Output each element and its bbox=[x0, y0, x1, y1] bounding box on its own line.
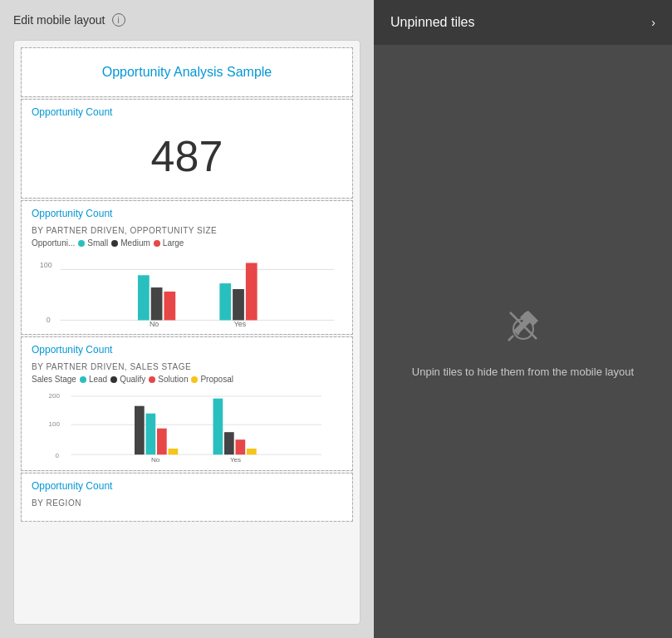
large-label: Large bbox=[163, 238, 184, 248]
lead-dot bbox=[80, 376, 86, 383]
legend-large: Large bbox=[154, 238, 184, 248]
right-content: Unpin tiles to hide them from the mobile… bbox=[374, 45, 672, 638]
chart1-tile[interactable]: Opportunity Count BY PARTNER DRIVEN, OPP… bbox=[21, 200, 353, 335]
svg-rect-8 bbox=[233, 289, 244, 320]
chart2-label: Opportunity Count bbox=[32, 344, 342, 356]
svg-rect-23 bbox=[224, 432, 234, 454]
legend-medium: Medium bbox=[111, 238, 150, 248]
chart2-svg: 200 100 0 bbox=[32, 389, 342, 464]
title-tile[interactable]: Opportunity Analysis Sample bbox=[21, 47, 353, 97]
chart1-sublabel: BY PARTNER DRIVEN, OPPORTUNITY SIZE bbox=[32, 226, 342, 235]
qualify-dot bbox=[110, 376, 117, 383]
svg-text:Yes: Yes bbox=[234, 320, 247, 327]
chart2-legend: Sales Stage Lead Qualify Solution Propos… bbox=[32, 375, 342, 384]
solution-label: Solution bbox=[158, 375, 188, 384]
svg-rect-25 bbox=[247, 449, 257, 454]
medium-label: Medium bbox=[120, 238, 150, 248]
small-dot bbox=[78, 240, 85, 247]
count-value: 487 bbox=[32, 125, 342, 188]
panel-header: Edit mobile layout i bbox=[13, 13, 361, 27]
qualify-label: Qualify bbox=[120, 375, 145, 384]
chart2-area: 200 100 0 bbox=[32, 389, 342, 464]
panel-title: Edit mobile layout bbox=[13, 13, 105, 27]
small-label: Small bbox=[87, 238, 108, 248]
left-panel: Edit mobile layout i Opportunity Analysi… bbox=[0, 0, 374, 638]
legend-prefix1: Opportuni... bbox=[32, 238, 75, 248]
chart2-tile[interactable]: Opportunity Count BY PARTNER DRIVEN, SAL… bbox=[21, 336, 353, 471]
svg-text:0: 0 bbox=[56, 452, 60, 459]
chart1-svg: 100 0 No Yes bbox=[32, 253, 342, 327]
unpin-description: Unpin tiles to hide them from the mobile… bbox=[412, 366, 634, 378]
chart1-area: 100 0 No Yes bbox=[32, 253, 342, 327]
info-icon[interactable]: i bbox=[112, 13, 125, 27]
mobile-frame: Opportunity Analysis Sample Opportunity … bbox=[13, 40, 361, 625]
svg-rect-7 bbox=[219, 283, 231, 320]
legend-small: Small bbox=[78, 238, 108, 248]
right-panel: Unpinned tiles › Unpin tiles to hide the… bbox=[374, 0, 672, 638]
svg-text:100: 100 bbox=[40, 261, 52, 269]
legend-prefix-text: Opportuni... bbox=[32, 238, 75, 248]
chart3-sublabel: BY REGION bbox=[32, 498, 342, 508]
unpin-icon bbox=[503, 306, 543, 352]
svg-line-28 bbox=[508, 336, 513, 341]
solution-dot bbox=[149, 376, 155, 383]
svg-rect-9 bbox=[246, 263, 258, 321]
svg-text:Yes: Yes bbox=[230, 456, 241, 464]
legend-prefix2: Sales Stage bbox=[32, 375, 76, 384]
svg-rect-4 bbox=[138, 275, 150, 320]
svg-rect-21 bbox=[169, 449, 179, 454]
svg-text:100: 100 bbox=[49, 420, 61, 428]
legend-lead: Lead bbox=[80, 375, 107, 384]
proposal-label: Proposal bbox=[200, 375, 233, 384]
svg-rect-6 bbox=[164, 292, 175, 320]
svg-text:200: 200 bbox=[49, 392, 61, 400]
chart3-label: Opportunity Count bbox=[32, 480, 342, 492]
legend-proposal: Proposal bbox=[191, 375, 233, 384]
legend-qualify: Qualify bbox=[110, 375, 145, 384]
chart2-sublabel: BY PARTNER DRIVEN, SALES STAGE bbox=[32, 362, 342, 371]
proposal-dot bbox=[191, 376, 198, 383]
chevron-right-icon[interactable]: › bbox=[651, 16, 655, 29]
legend-prefix2-text: Sales Stage bbox=[32, 375, 76, 384]
medium-dot bbox=[111, 240, 118, 247]
legend-solution: Solution bbox=[149, 375, 188, 384]
svg-rect-18 bbox=[135, 406, 145, 455]
report-title: Opportunity Analysis Sample bbox=[102, 65, 272, 79]
count-label: Opportunity Count bbox=[32, 106, 342, 118]
chart1-label: Opportunity Count bbox=[32, 208, 342, 219]
svg-rect-20 bbox=[157, 429, 167, 455]
lead-label: Lead bbox=[89, 375, 107, 384]
svg-rect-5 bbox=[151, 287, 163, 320]
svg-text:No: No bbox=[151, 456, 160, 464]
svg-rect-19 bbox=[146, 414, 156, 455]
svg-text:No: No bbox=[150, 320, 159, 327]
svg-rect-22 bbox=[213, 399, 223, 455]
large-dot bbox=[154, 240, 160, 247]
right-header[interactable]: Unpinned tiles › bbox=[374, 0, 672, 45]
unpinned-title: Unpinned tiles bbox=[390, 15, 474, 30]
count-tile[interactable]: Opportunity Count 487 bbox=[21, 99, 353, 199]
svg-rect-24 bbox=[236, 439, 246, 454]
svg-text:0: 0 bbox=[47, 316, 51, 324]
chart1-legend: Opportuni... Small Medium Large bbox=[32, 238, 342, 248]
chart3-tile[interactable]: Opportunity Count BY REGION bbox=[21, 473, 353, 522]
